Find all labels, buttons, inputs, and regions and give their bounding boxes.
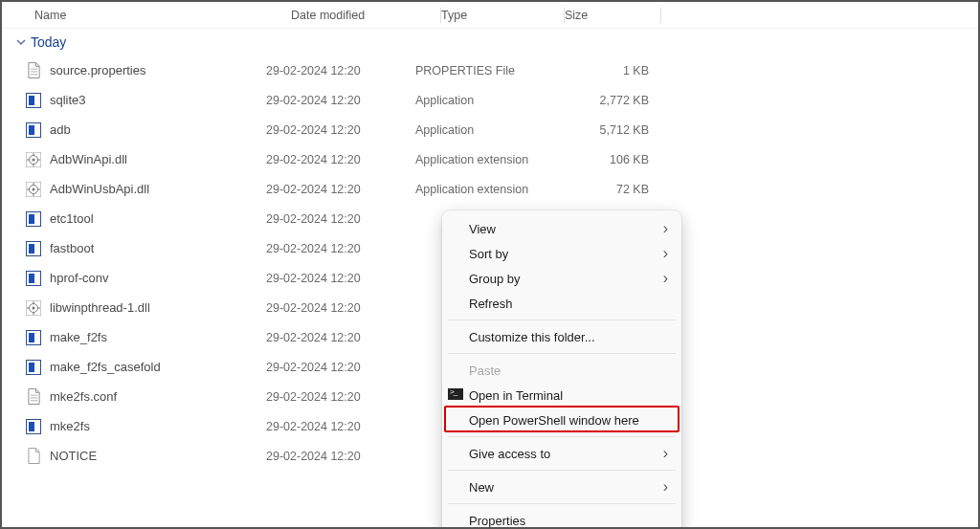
file-date: 29-02-2024 12:20 [266,242,415,255]
file-name: make_f2fs_casefold [50,360,161,374]
dll-icon [25,299,42,317]
file-date: 29-02-2024 12:20 [266,212,415,226]
file-date: 29-02-2024 12:20 [266,361,415,374]
file-name: make_f2fs [50,330,107,344]
file-date: 29-02-2024 12:20 [266,420,415,433]
file-row[interactable]: adb29-02-2024 12:20Application5,712 KB [2,115,978,144]
column-header-type[interactable]: Type [441,9,564,22]
file-row[interactable]: sqlite329-02-2024 12:20Application2,772 … [2,85,978,115]
menu-separator [448,436,676,437]
menu-separator [448,353,676,354]
file-type: Application extension [415,153,565,166]
application-icon [25,121,42,139]
generic-file-icon [25,448,42,465]
application-icon [25,270,42,287]
file-name: sqlite3 [50,93,86,107]
menu-item-group-by[interactable]: Group by [442,266,681,291]
menu-item-open-in-terminal[interactable]: Open in Terminal [442,383,681,408]
application-icon [25,359,42,376]
column-header-date[interactable]: Date modified [291,9,440,22]
file-size: 1 KB [565,64,649,77]
group-header-today[interactable]: Today [2,29,978,55]
file-row[interactable]: AdbWinUsbApi.dll29-02-2024 12:20Applicat… [2,174,978,204]
file-date: 29-02-2024 12:20 [266,331,415,344]
file-date: 29-02-2024 12:20 [266,272,415,285]
file-date: 29-02-2024 12:20 [266,64,415,77]
group-label: Today [31,34,66,50]
menu-item-view[interactable]: View [442,216,681,241]
menu-separator [448,320,676,320]
file-date: 29-02-2024 12:20 [266,183,415,196]
file-row[interactable]: source.properties29-02-2024 12:20PROPERT… [2,55,978,85]
menu-item-customize-this-folder[interactable]: Customize this folder... [442,324,681,349]
menu-item-label: Sort by [469,247,508,261]
menu-item-label: New [469,480,494,495]
menu-item-refresh[interactable]: Refresh [442,291,681,316]
menu-item-give-access-to[interactable]: Give access to [442,441,681,466]
file-name: AdbWinApi.dll [50,152,127,166]
menu-item-properties[interactable]: Properties [442,508,681,529]
file-type: Application [415,123,565,137]
chevron-down-icon [15,36,27,48]
menu-item-label: Paste [469,364,501,378]
dll-icon [25,151,42,168]
application-icon [25,210,42,228]
menu-item-label: Properties [469,514,525,528]
menu-item-new[interactable]: New [442,474,681,499]
column-header: Name Date modified Type Size [2,2,978,29]
menu-item-label: Open PowerShell window here [469,413,639,428]
file-type: Application extension [415,183,565,196]
column-header-name[interactable]: Name [34,9,291,22]
file-type: PROPERTIES File [415,64,565,77]
file-date: 29-02-2024 12:20 [266,390,415,404]
context-menu: ViewSort byGroup byRefreshCustomize this… [442,210,681,529]
file-size: 106 KB [565,153,649,166]
file-name: AdbWinUsbApi.dll [50,182,149,196]
document-icon [25,388,42,406]
file-name: adb [50,122,71,137]
file-size: 5,712 KB [565,123,649,137]
dll-icon [25,181,42,198]
column-header-size[interactable]: Size [565,9,651,22]
menu-item-label: Open in Terminal [469,388,563,403]
menu-item-label: Refresh [469,297,513,311]
file-name: mke2fs [50,419,90,433]
file-name: etc1tool [50,211,94,226]
file-name: hprof-conv [50,271,108,285]
file-row[interactable]: AdbWinApi.dll29-02-2024 12:20Application… [2,144,978,174]
menu-item-paste: Paste [442,358,681,383]
file-date: 29-02-2024 12:20 [266,123,415,137]
application-icon [25,92,42,109]
file-size: 72 KB [565,183,649,196]
file-date: 29-02-2024 12:20 [266,450,415,463]
menu-item-label: Customize this folder... [469,330,595,344]
application-icon [25,418,42,435]
menu-item-label: Give access to [469,447,550,461]
terminal-icon [448,388,463,402]
file-name: NOTICE [50,449,97,463]
menu-separator [448,503,676,504]
application-icon [25,329,42,346]
file-date: 29-02-2024 12:20 [266,153,415,166]
file-name: libwinpthread-1.dll [50,300,150,315]
menu-separator [448,470,676,471]
file-type: Application [415,94,565,107]
column-separator-icon [660,8,661,23]
file-name: mke2fs.conf [50,389,117,404]
menu-item-sort-by[interactable]: Sort by [442,241,681,266]
file-size: 2,772 KB [565,94,649,107]
document-icon [25,62,42,79]
file-date: 29-02-2024 12:20 [266,94,415,107]
file-name: fastboot [50,241,94,255]
menu-item-open-powershell-window-here[interactable]: Open PowerShell window here [442,408,681,432]
application-icon [25,240,42,257]
file-date: 29-02-2024 12:20 [266,301,415,315]
menu-item-label: Group by [469,272,520,286]
file-name: source.properties [50,63,145,77]
menu-item-label: View [469,222,496,236]
